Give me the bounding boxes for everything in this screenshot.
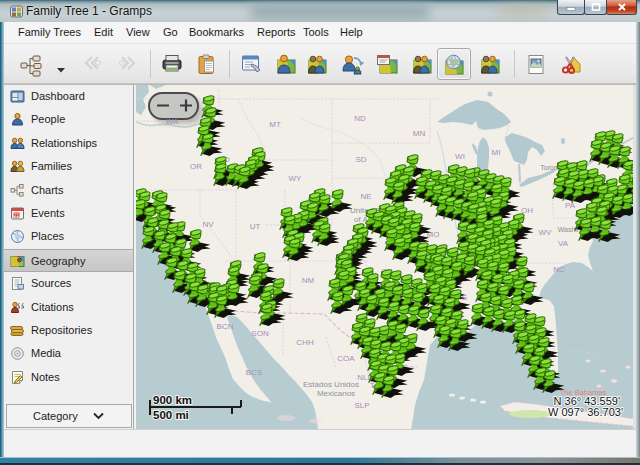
- svg-text:WV: WV: [539, 228, 553, 237]
- svg-text:WA: WA: [166, 117, 179, 126]
- svg-text:Estados Unidos: Estados Unidos: [303, 380, 359, 389]
- svg-text:MN: MN: [413, 129, 426, 138]
- svg-text:ND: ND: [354, 114, 366, 123]
- svg-text:Mexicanos: Mexicanos: [317, 389, 355, 398]
- svg-text:21: 21: [14, 212, 20, 218]
- svg-text:BCS: BCS: [246, 368, 262, 377]
- svg-text:W 097° 36.703': W 097° 36.703': [548, 406, 623, 418]
- svg-text:BCN: BCN: [217, 322, 234, 331]
- svg-text:MT: MT: [269, 120, 281, 129]
- svg-text:900 km: 900 km: [153, 394, 192, 406]
- svg-text:CHH: CHH: [296, 338, 314, 347]
- svg-text:NV: NV: [202, 220, 214, 229]
- svg-text:WI: WI: [455, 152, 465, 161]
- svg-text:SON: SON: [251, 329, 269, 338]
- svg-text:VA: VA: [558, 239, 569, 248]
- svg-text:PA: PA: [565, 201, 576, 210]
- svg-text:OR: OR: [190, 162, 202, 171]
- svg-text:SD: SD: [355, 155, 366, 164]
- svg-text:NE: NE: [360, 192, 371, 201]
- svg-text:500 mi: 500 mi: [153, 409, 189, 421]
- svg-text:MI: MI: [492, 148, 501, 157]
- svg-text:NC: NC: [553, 265, 565, 274]
- svg-text:UT: UT: [250, 222, 261, 231]
- svg-text:SLP: SLP: [354, 401, 369, 410]
- svg-text:COA: COA: [337, 354, 355, 363]
- svg-text:WY: WY: [289, 174, 303, 183]
- svg-text:NM: NM: [302, 276, 315, 285]
